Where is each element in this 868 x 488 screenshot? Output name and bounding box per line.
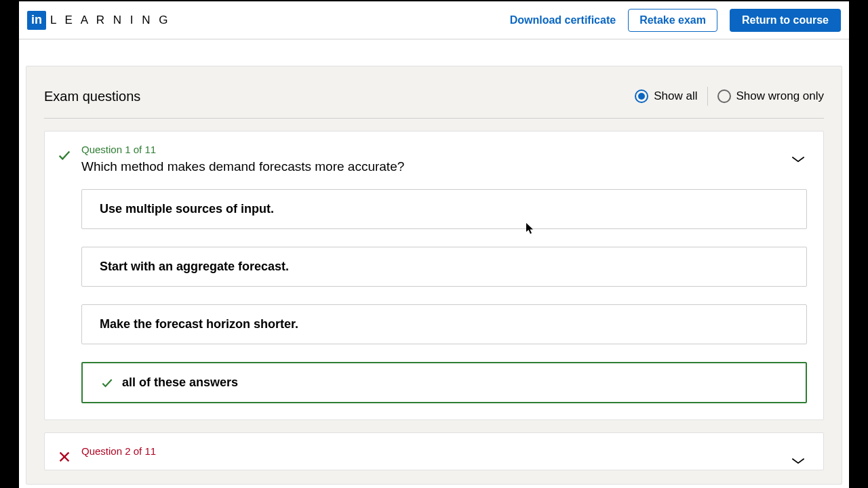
filter-label: Show all [654,89,697,103]
check-icon [57,148,72,163]
chevron-down-icon[interactable] [789,150,807,168]
retake-exam-button[interactable]: Retake exam [628,9,717,32]
answer-text: Use multiple sources of input. [100,202,274,216]
linkedin-icon: in [27,11,46,30]
header: in L E A R N I N G Download certificate … [19,1,849,39]
question-meta: Question 2 of 11 [81,445,780,457]
header-actions: Download certificate Retake exam Return … [510,9,841,32]
question-meta: Question 1 of 11 Which method makes dema… [81,144,780,174]
answer-option-correct[interactable]: all of these answers [81,362,807,403]
question-text: Which method makes demand forecasts more… [81,159,780,174]
chevron-down-icon[interactable] [789,452,807,470]
filter-show-all[interactable]: Show all [635,89,697,103]
download-certificate-link[interactable]: Download certificate [510,14,616,26]
panel-header: Exam questions Show all Show wrong only [44,87,824,119]
question-number: Question 1 of 11 [81,144,780,155]
radio-icon [717,89,731,103]
filter-show-wrong[interactable]: Show wrong only [717,89,824,103]
radio-icon [635,89,648,103]
filter-group: Show all Show wrong only [635,87,824,106]
close-icon [57,449,72,464]
answer-text: all of these answers [122,375,238,390]
content: Exam questions Show all Show wrong only [19,39,849,485]
question-card-2: Question 2 of 11 [44,432,824,470]
logo-text: L E A R N I N G [50,14,170,27]
answer-text: Make the forecast horizon shorter. [100,317,298,331]
check-icon [100,376,114,390]
answer-option[interactable]: Start with an aggregate forecast. [81,247,807,287]
answers-list: Use multiple sources of input. Start wit… [81,189,807,403]
filter-label: Show wrong only [736,89,824,103]
answer-option[interactable]: Use multiple sources of input. [81,189,807,229]
logo[interactable]: in L E A R N I N G [27,11,170,30]
panel-title: Exam questions [44,89,140,104]
exam-panel: Exam questions Show all Show wrong only [26,66,842,485]
question-number: Question 2 of 11 [81,445,780,457]
return-to-course-button[interactable]: Return to course [730,9,841,32]
question-card-1: Question 1 of 11 Which method makes dema… [44,131,824,420]
answer-text: Start with an aggregate forecast. [100,260,289,274]
divider [707,87,708,106]
question-header[interactable]: Question 2 of 11 [57,445,807,470]
answer-option[interactable]: Make the forecast horizon shorter. [81,304,807,344]
question-header[interactable]: Question 1 of 11 Which method makes dema… [57,144,807,174]
